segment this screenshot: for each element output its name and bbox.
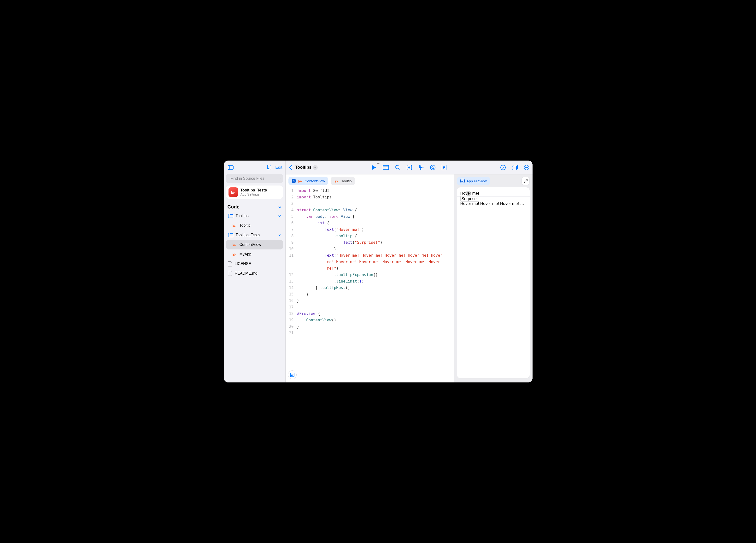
svg-line-10 — [399, 168, 400, 170]
line-number: 15 — [286, 291, 297, 297]
code-line[interactable]: 10 } — [286, 246, 454, 252]
search-input[interactable] — [230, 176, 278, 181]
search-input-container[interactable] — [226, 174, 283, 183]
svg-rect-34 — [461, 179, 464, 183]
svg-point-28 — [526, 167, 527, 168]
library-button[interactable] — [383, 165, 389, 170]
code-content: struct ContentView: View { — [297, 207, 362, 213]
tab-contentview[interactable]: ✕ContentView — [288, 177, 328, 185]
code-content: .lineLimit(1) — [297, 278, 369, 284]
back-button[interactable] — [289, 165, 293, 170]
sidebar-item-label: Tooltips_Tests — [236, 233, 260, 237]
code-line[interactable]: 6 List { — [286, 220, 454, 226]
code-line[interactable]: 20} — [286, 323, 454, 330]
line-number: 3 — [286, 200, 297, 207]
section-label: Code — [228, 204, 240, 210]
code-line[interactable]: me! Hover me! Hover me! Hover me! Hover … — [286, 259, 454, 265]
svg-point-12 — [409, 167, 410, 168]
sidebar-item-label: LICENSE — [235, 262, 251, 266]
preview-tab[interactable]: App Preview — [457, 177, 490, 185]
chevron-down-icon — [313, 165, 318, 170]
code-content: } — [297, 297, 304, 304]
sidebar-item-readme-md[interactable]: README.md — [226, 269, 283, 278]
svg-point-17 — [422, 167, 423, 168]
preview-canvas[interactable]: Hover me! Surprise! Hover me! Hover me! … — [457, 188, 530, 378]
sidebar-item-tooltip[interactable]: Tooltip — [226, 221, 283, 230]
line-number: 9 — [286, 239, 297, 246]
code-line[interactable]: 21 — [286, 330, 454, 336]
sidebar-item-label: README.md — [235, 271, 258, 275]
app-settings-card[interactable]: Tooltips_Tests App Settings — [226, 186, 283, 199]
code-line[interactable]: 17 — [286, 304, 454, 310]
code-line[interactable]: 5 var body: some View { — [286, 213, 454, 220]
code-content: }.tooltipHost() — [297, 284, 355, 291]
code-line[interactable]: 16} — [286, 297, 454, 304]
app-preview-icon — [460, 179, 465, 183]
find-button[interactable] — [395, 165, 400, 170]
preview-list-row[interactable]: Hover me! Hover me! Hover me! Hover me! … — [457, 200, 530, 208]
edit-button[interactable]: Edit — [275, 165, 282, 170]
tab-label: Tooltip — [341, 179, 352, 183]
more-button[interactable] — [524, 165, 529, 170]
breadcrumb-title: Tooltips — [295, 165, 312, 170]
line-number: 17 — [286, 304, 297, 310]
run-button[interactable] — [372, 165, 376, 170]
code-content: } — [297, 323, 304, 330]
code-line[interactable]: 12 .tooltipExpansion() — [286, 272, 454, 278]
swift-icon — [232, 242, 237, 247]
settings-sliders-button[interactable] — [418, 165, 424, 170]
code-content: #Preview { — [297, 310, 325, 317]
code-content: } — [297, 291, 313, 297]
swift-icon — [232, 252, 237, 257]
sidebar-item-myapp[interactable]: MyApp — [226, 250, 283, 259]
toggle-sidebar-button[interactable] — [227, 164, 235, 172]
tab-tooltip[interactable]: Tooltip — [331, 177, 355, 185]
code-line[interactable]: 11 Text("Hover me! Hover me! Hover me! H… — [286, 252, 454, 259]
sidebar-item-label: Tooltip — [240, 223, 251, 228]
chevron-down-icon — [278, 215, 281, 217]
breadcrumb[interactable]: Tooltips — [295, 165, 318, 170]
code-content — [297, 200, 304, 207]
sidebar-item-tooltips[interactable]: Tooltips — [226, 211, 283, 221]
issues-button[interactable] — [500, 165, 506, 170]
sidebar: Edit Tooltips_Tests App Settings — [224, 161, 286, 382]
section-header-code[interactable]: Code — [226, 203, 283, 211]
new-file-button[interactable] — [265, 164, 273, 172]
code-content: var body: some View { — [297, 213, 360, 220]
code-line[interactable]: 9 Text("Surprise!") — [286, 239, 454, 246]
code-line[interactable]: 13 .lineLimit(1) — [286, 278, 454, 284]
code-line[interactable]: 8 .tooltip { — [286, 233, 454, 239]
folder-icon — [228, 233, 233, 237]
window-handle-icon[interactable]: ••• — [377, 162, 379, 165]
toolbar: Tooltips — [286, 161, 533, 175]
code-line[interactable]: 4struct ContentView: View { — [286, 207, 454, 213]
code-content: Text("Hover me! Hover me! Hover me! Hove… — [297, 252, 450, 259]
quick-help-button[interactable] — [288, 370, 297, 379]
code-line[interactable]: 3 — [286, 200, 454, 207]
sidebar-item-license[interactable]: LICENSE — [226, 259, 283, 269]
line-number — [286, 259, 297, 265]
sidebar-item-contentview[interactable]: ContentView — [226, 240, 283, 250]
code-line[interactable]: 1import SwiftUI — [286, 188, 454, 194]
notes-button[interactable] — [442, 165, 446, 170]
code-line[interactable]: 19 ContentView() — [286, 317, 454, 323]
line-number: 6 — [286, 220, 297, 226]
expand-preview-button[interactable] — [522, 177, 530, 185]
close-tab-icon[interactable]: ✕ — [292, 179, 296, 183]
sidebar-item-label: Tooltips — [236, 214, 249, 218]
code-line[interactable]: 2import Tooltips — [286, 194, 454, 200]
code-line[interactable]: 18#Preview { — [286, 310, 454, 317]
sidebar-item-tooltips-tests[interactable]: Tooltips_Tests — [226, 230, 283, 240]
favorites-button[interactable] — [430, 165, 435, 170]
code-line[interactable]: 15 } — [286, 291, 454, 297]
svg-rect-0 — [228, 165, 233, 170]
line-number: 8 — [286, 233, 297, 239]
code-line[interactable]: 7 Text("Hover me!") — [286, 226, 454, 233]
breakpoint-button[interactable] — [407, 165, 412, 170]
code-line[interactable]: me!") — [286, 265, 454, 272]
preview-list-row[interactable]: Hover me! — [457, 189, 530, 197]
tabs-button[interactable] — [512, 165, 518, 170]
svg-rect-25 — [512, 166, 516, 170]
code-line[interactable]: 14 }.tooltipHost() — [286, 284, 454, 291]
code-editor[interactable]: 1import SwiftUI2import Tooltips3 4struct… — [286, 187, 454, 382]
